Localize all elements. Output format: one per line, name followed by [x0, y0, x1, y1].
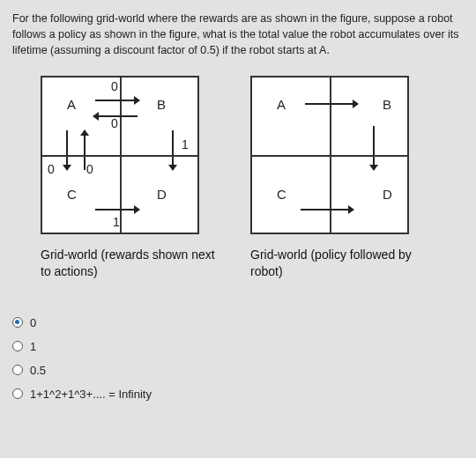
grid-policy: A B C D Grid-world (policy followed by r… [250, 76, 427, 278]
arrow-b-to-d [167, 130, 178, 170]
arrow-a-to-c [62, 130, 72, 170]
option-label: 1+1^2+1^3+.... = Infinity [30, 388, 152, 401]
reward-a-c: 0 [48, 162, 55, 176]
radio-icon [12, 341, 23, 351]
option-1[interactable]: 1 [12, 340, 464, 353]
cell-c-label: C [67, 187, 77, 202]
reward-b-a: 0 [111, 116, 118, 130]
radio-icon [12, 317, 23, 328]
reward-b-d: 1 [182, 137, 189, 151]
policy-arrow-a-b [305, 99, 358, 109]
radio-icon [12, 365, 23, 375]
option-label: 1 [30, 340, 36, 353]
figures-row: A B C D 0 0 1 [41, 76, 464, 278]
cell-a-label: A [67, 97, 76, 112]
arrow-a-to-b [95, 95, 139, 106]
option-label: 0.5 [30, 364, 46, 377]
grid-policy-canvas: A B C D [250, 76, 409, 234]
cell-c-label-r: C [277, 187, 286, 202]
option-0[interactable]: 0 [12, 316, 464, 329]
option-label: 0 [30, 316, 36, 329]
grid-rewards: A B C D 0 0 1 [41, 76, 217, 278]
caption-rewards: Grid-world (rewards shown next to action… [41, 247, 217, 278]
radio-icon [12, 388, 23, 399]
cell-d-label-r: D [383, 187, 392, 202]
cell-b-label-r: B [383, 97, 391, 112]
arrow-c-to-d [95, 204, 139, 215]
option-2[interactable]: 0.5 [12, 364, 464, 377]
grid-rewards-canvas: A B C D 0 0 1 [41, 76, 199, 234]
policy-arrow-b-d [368, 126, 379, 170]
reward-a-b: 0 [111, 79, 118, 93]
cell-b-label: B [157, 97, 166, 112]
answer-options: 0 1 0.5 1+1^2+1^3+.... = Infinity [12, 316, 464, 401]
cell-a-label-r: A [277, 97, 286, 112]
option-3[interactable]: 1+1^2+1^3+.... = Infinity [12, 388, 464, 401]
caption-policy: Grid-world (policy followed by robot) [250, 247, 427, 278]
question-text: For the following grid-world where the r… [12, 11, 464, 58]
reward-c-a: 0 [86, 162, 93, 176]
reward-c-d: 1 [113, 215, 120, 229]
cell-d-label: D [157, 187, 167, 202]
policy-arrow-c-d [301, 204, 353, 215]
